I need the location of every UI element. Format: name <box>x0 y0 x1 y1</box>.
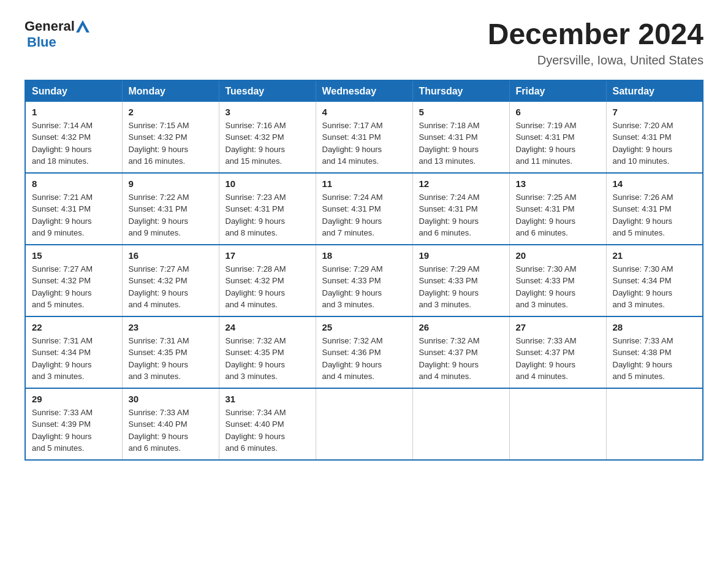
day-info: Sunrise: 7:24 AMSunset: 4:31 PMDaylight:… <box>322 193 383 238</box>
weekday-header-wednesday: Wednesday <box>316 80 412 102</box>
day-info: Sunrise: 7:18 AMSunset: 4:31 PMDaylight:… <box>419 121 480 166</box>
calendar-cell: 5 Sunrise: 7:18 AMSunset: 4:31 PMDayligh… <box>412 102 509 173</box>
calendar-cell <box>606 388 703 460</box>
calendar-cell: 20 Sunrise: 7:30 AMSunset: 4:33 PMDaylig… <box>509 245 606 316</box>
day-info: Sunrise: 7:27 AMSunset: 4:32 PMDaylight:… <box>129 264 189 310</box>
calendar-cell: 2 Sunrise: 7:15 AMSunset: 4:32 PMDayligh… <box>122 102 219 173</box>
calendar-cell <box>316 388 412 460</box>
calendar-cell: 4 Sunrise: 7:17 AMSunset: 4:31 PMDayligh… <box>316 102 412 173</box>
day-number: 6 <box>516 107 600 117</box>
calendar-cell: 7 Sunrise: 7:20 AMSunset: 4:31 PMDayligh… <box>606 102 703 173</box>
day-number: 14 <box>613 178 697 189</box>
day-number: 23 <box>129 322 213 332</box>
day-number: 13 <box>516 178 600 189</box>
calendar-week-row: 22 Sunrise: 7:31 AMSunset: 4:34 PMDaylig… <box>25 316 703 388</box>
day-number: 17 <box>226 250 309 261</box>
calendar-cell: 15 Sunrise: 7:27 AMSunset: 4:32 PMDaylig… <box>25 245 122 316</box>
calendar-table: SundayMondayTuesdayWednesdayThursdayFrid… <box>25 80 703 461</box>
day-info: Sunrise: 7:26 AMSunset: 4:31 PMDaylight:… <box>613 193 673 238</box>
day-number: 8 <box>32 178 116 189</box>
calendar-cell: 29 Sunrise: 7:33 AMSunset: 4:39 PMDaylig… <box>25 388 122 460</box>
day-number: 26 <box>419 322 503 332</box>
calendar-cell: 10 Sunrise: 7:23 AMSunset: 4:31 PMDaylig… <box>219 173 316 245</box>
weekday-header-saturday: Saturday <box>606 80 703 102</box>
title-block: December 2024 Dyersville, Iowa, United S… <box>488 18 703 67</box>
calendar-cell: 16 Sunrise: 7:27 AMSunset: 4:32 PMDaylig… <box>122 245 219 316</box>
day-number: 25 <box>322 322 406 332</box>
logo: General Blue <box>25 18 89 50</box>
day-number: 27 <box>516 322 600 332</box>
day-info: Sunrise: 7:19 AMSunset: 4:31 PMDaylight:… <box>516 121 577 166</box>
calendar-cell: 26 Sunrise: 7:32 AMSunset: 4:37 PMDaylig… <box>412 316 509 388</box>
logo-icon <box>76 20 89 33</box>
calendar-cell: 22 Sunrise: 7:31 AMSunset: 4:34 PMDaylig… <box>25 316 122 388</box>
calendar-cell: 3 Sunrise: 7:16 AMSunset: 4:32 PMDayligh… <box>219 102 316 173</box>
day-info: Sunrise: 7:33 AMSunset: 4:39 PMDaylight:… <box>32 408 93 453</box>
day-info: Sunrise: 7:29 AMSunset: 4:33 PMDaylight:… <box>419 264 480 310</box>
weekday-header-sunday: Sunday <box>25 80 122 102</box>
day-info: Sunrise: 7:33 AMSunset: 4:37 PMDaylight:… <box>516 336 577 381</box>
calendar-week-row: 1 Sunrise: 7:14 AMSunset: 4:32 PMDayligh… <box>25 102 703 173</box>
calendar-week-row: 29 Sunrise: 7:33 AMSunset: 4:39 PMDaylig… <box>25 388 703 460</box>
day-info: Sunrise: 7:28 AMSunset: 4:32 PMDaylight:… <box>226 264 286 310</box>
day-info: Sunrise: 7:32 AMSunset: 4:36 PMDaylight:… <box>322 336 383 381</box>
calendar-cell: 25 Sunrise: 7:32 AMSunset: 4:36 PMDaylig… <box>316 316 412 388</box>
day-info: Sunrise: 7:30 AMSunset: 4:33 PMDaylight:… <box>516 264 577 310</box>
page-header: General Blue December 2024 Dyersville, I… <box>25 18 703 67</box>
day-info: Sunrise: 7:34 AMSunset: 4:40 PMDaylight:… <box>226 408 286 453</box>
day-number: 20 <box>516 250 600 261</box>
calendar-cell: 13 Sunrise: 7:25 AMSunset: 4:31 PMDaylig… <box>509 173 606 245</box>
weekday-header-row: SundayMondayTuesdayWednesdayThursdayFrid… <box>25 80 703 102</box>
month-title: December 2024 <box>488 18 703 51</box>
day-number: 10 <box>226 178 309 189</box>
day-number: 1 <box>32 107 116 117</box>
calendar-cell: 18 Sunrise: 7:29 AMSunset: 4:33 PMDaylig… <box>316 245 412 316</box>
calendar-cell: 1 Sunrise: 7:14 AMSunset: 4:32 PMDayligh… <box>25 102 122 173</box>
day-number: 28 <box>613 322 697 332</box>
calendar-cell: 24 Sunrise: 7:32 AMSunset: 4:35 PMDaylig… <box>219 316 316 388</box>
calendar-cell <box>412 388 509 460</box>
day-number: 19 <box>419 250 503 261</box>
day-number: 9 <box>129 178 213 189</box>
day-info: Sunrise: 7:32 AMSunset: 4:35 PMDaylight:… <box>226 336 286 381</box>
day-number: 29 <box>32 394 116 404</box>
calendar-cell: 17 Sunrise: 7:28 AMSunset: 4:32 PMDaylig… <box>219 245 316 316</box>
calendar-cell: 30 Sunrise: 7:33 AMSunset: 4:40 PMDaylig… <box>122 388 219 460</box>
calendar-cell: 9 Sunrise: 7:22 AMSunset: 4:31 PMDayligh… <box>122 173 219 245</box>
day-info: Sunrise: 7:31 AMSunset: 4:35 PMDaylight:… <box>129 336 189 381</box>
calendar-cell: 12 Sunrise: 7:24 AMSunset: 4:31 PMDaylig… <box>412 173 509 245</box>
day-info: Sunrise: 7:22 AMSunset: 4:31 PMDaylight:… <box>129 193 189 238</box>
day-info: Sunrise: 7:25 AMSunset: 4:31 PMDaylight:… <box>516 193 577 238</box>
calendar-cell: 23 Sunrise: 7:31 AMSunset: 4:35 PMDaylig… <box>122 316 219 388</box>
day-number: 4 <box>322 107 406 117</box>
calendar-cell: 21 Sunrise: 7:30 AMSunset: 4:34 PMDaylig… <box>606 245 703 316</box>
calendar-cell: 8 Sunrise: 7:21 AMSunset: 4:31 PMDayligh… <box>25 173 122 245</box>
calendar-cell <box>509 388 606 460</box>
day-number: 31 <box>226 394 309 404</box>
day-number: 21 <box>613 250 697 261</box>
weekday-header-friday: Friday <box>509 80 606 102</box>
day-info: Sunrise: 7:33 AMSunset: 4:38 PMDaylight:… <box>613 336 673 381</box>
calendar-cell: 31 Sunrise: 7:34 AMSunset: 4:40 PMDaylig… <box>219 388 316 460</box>
calendar-cell: 14 Sunrise: 7:26 AMSunset: 4:31 PMDaylig… <box>606 173 703 245</box>
day-info: Sunrise: 7:30 AMSunset: 4:34 PMDaylight:… <box>613 264 673 310</box>
day-info: Sunrise: 7:24 AMSunset: 4:31 PMDaylight:… <box>419 193 480 238</box>
logo-text-blue: Blue <box>27 34 56 50</box>
calendar-cell: 27 Sunrise: 7:33 AMSunset: 4:37 PMDaylig… <box>509 316 606 388</box>
day-info: Sunrise: 7:27 AMSunset: 4:32 PMDaylight:… <box>32 264 93 310</box>
day-info: Sunrise: 7:32 AMSunset: 4:37 PMDaylight:… <box>419 336 480 381</box>
calendar-cell: 28 Sunrise: 7:33 AMSunset: 4:38 PMDaylig… <box>606 316 703 388</box>
day-number: 24 <box>226 322 309 332</box>
calendar-cell: 6 Sunrise: 7:19 AMSunset: 4:31 PMDayligh… <box>509 102 606 173</box>
location-title: Dyersville, Iowa, United States <box>488 53 703 67</box>
day-number: 16 <box>129 250 213 261</box>
day-info: Sunrise: 7:33 AMSunset: 4:40 PMDaylight:… <box>129 408 189 453</box>
day-number: 15 <box>32 250 116 261</box>
day-info: Sunrise: 7:31 AMSunset: 4:34 PMDaylight:… <box>32 336 93 381</box>
day-number: 5 <box>419 107 503 117</box>
day-number: 7 <box>613 107 697 117</box>
day-number: 22 <box>32 322 116 332</box>
calendar-cell: 11 Sunrise: 7:24 AMSunset: 4:31 PMDaylig… <box>316 173 412 245</box>
day-info: Sunrise: 7:29 AMSunset: 4:33 PMDaylight:… <box>322 264 383 310</box>
day-number: 2 <box>129 107 213 117</box>
